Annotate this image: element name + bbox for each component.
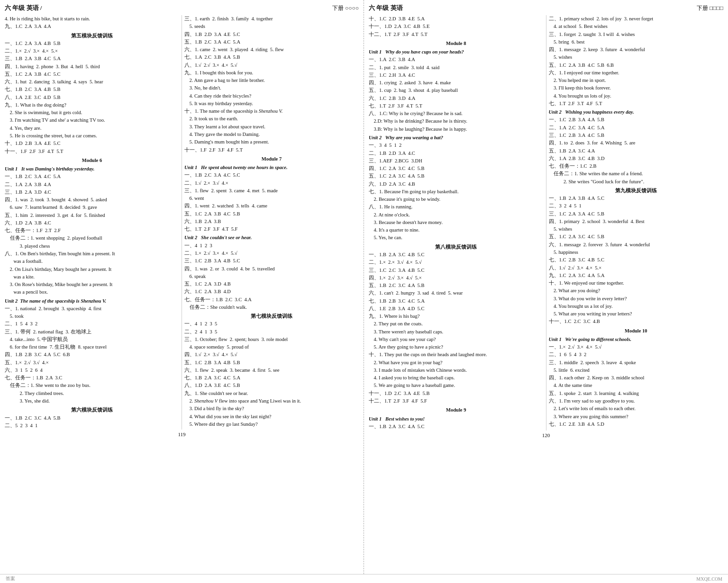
text-line: 二、1 6 5 4 3 2 [549,351,724,359]
text-line: Unit 2 Why are you wearing a hat? [369,134,544,142]
page-container: 六 年级 英语 / 下册 ○○○○ 4. He is riding his bi… [0,0,728,574]
text-line: 四、1. went 2. watched 3. tells 4. came [184,202,359,210]
text-line: 二、1.B 2.D 3.A 4.C [369,150,544,157]
text-line: 四、1. message 2. keep 3. future 4. wonder… [549,46,724,54]
text-line: Unit 1 We're going to different schools. [549,336,724,343]
col-divider [182,15,182,430]
text-line: 七、任务一：1.C 2.B [549,162,724,170]
text-line: 三、1. 带何 2. national flag 3. 在地球上 [5,328,179,336]
bottom-left-label: 答案 [6,575,15,582]
text-line: 六、1. flew 2. speak 3. became 4. first 5.… [184,367,359,374]
text-line: 4. Why can't you see your cap? [369,336,544,343]
text-line: 2. What have you got in your bag? [369,359,544,367]
text-line: 4. I asked you to bring the baseball cap… [369,374,544,382]
text-line: 一、1.B 2.A 3.C 4.B 5.C [369,251,544,259]
right-page-header: 六 年级 英语 下册 □□□□ [369,4,723,12]
left-content: 4. He is riding his bike, but it starts … [5,15,359,430]
text-line: 3. What do you write in every letter? [549,295,724,303]
text-line: 2. At nine o'clock. [369,211,544,219]
text-line: 2. Ann gave a bag to her little brother. [184,77,359,84]
text-line: 五、1. spoke 2. start 3. learning 4. walki… [549,390,724,397]
text-line: 6. for the first time 7. 生日礼物 8. space t… [5,343,179,351]
text-line: 十、1.D 2.B 3.A 4.E 5.C [5,140,179,147]
text-line: 2. They put on the coats. [369,320,544,328]
text-line: 第九模块反馈训练 [549,187,724,195]
text-line: 5. Yes, he can. [369,234,544,242]
text-line: 2. Shenzhou V flew into space and Yang L… [184,397,359,405]
text-line: 七、1.C 2.E 3.B 4.A 5.D [549,421,724,428]
text-line: 4. They gave the model to Daming. [184,131,359,138]
text-line: 一、1.× 2.√ 3.× 4.× 5.√ [549,343,724,351]
text-line: 七、1.C 2.B 3.C 4.B 5.C [549,256,724,264]
left-page-header: 六 年级 英语 / 下册 ○○○○ [5,4,359,12]
right-header-right: 下册 □□□□ [697,4,723,12]
text-line: 二、1.× 2.√ 3.× 4.× 5.√ [184,250,359,257]
text-line: 五、1.C 2.A 3.B 4.C 5.C [5,71,179,78]
text-line: 十一、1.F 2.F 3.F 4.F 5.T [184,146,359,154]
text-line: 十一、1.D 2.A 3.C 4.B 5.E [369,23,544,30]
text-line: 任务二：1. She writes the name of a friend. [549,170,724,178]
text-line: 6. saw 7. learnt/learned 8. decided 9. g… [5,204,179,211]
text-line: 五、1.C 2.A 3.C 4.C 5.B [549,233,724,241]
text-line: 五、1. cup 2. bag 3. shout 4. play basebal… [369,87,544,94]
text-line: 十、1. We enjoyed our time together. [549,279,724,287]
text-line: 5. We are going to have a baseball game. [369,382,544,389]
text-line: 2. She is swimming, but it gets cold. [5,109,179,117]
text-line: 2. It took us to the earth. [184,115,359,123]
text-line: 一、4 1 2 3 [184,242,359,250]
text-line: 八、1.C: Why is he crying? Because he is s… [369,110,544,117]
text-line: 5. Are they going to have a picnic? [369,343,544,351]
text-line: 六、1.D 2.A 3.B 4.C [5,219,179,227]
right-col-divider [546,15,546,431]
text-line: 六、3 1 5 2 6 4 [5,367,179,374]
text-line: was a football. [5,258,179,265]
left-page-number: 119 [5,430,359,439]
text-line: 十一、1.F 2.F 3.F 4.T 5.T [5,148,179,155]
text-line: 九、1. What is the dog doing? [5,101,179,109]
text-line: 一、4 1 2 3 5 [184,320,359,328]
text-line: 3. On Rose's birthday, Mike bought her a… [5,281,179,288]
text-line: 任务二：1. went shopping 2. played football [5,234,179,242]
right-col2: 二、1. primary school 2. lots of joy 3. ne… [549,15,724,431]
text-line: 一、1. national 2. brought 3. spaceship 4.… [5,305,179,313]
text-line: 五、1.× 2.√ 3.√ 4.× [5,359,179,367]
text-line: Unit 2 She couldn't see or hear. [184,234,359,242]
text-line: 6. went [184,195,359,202]
text-line: 一、1.B 2.A 3.B 4.A 5.C [549,195,724,202]
text-line: 二、3 2 4 5 1 [549,202,724,210]
text-line: 三、1.C 2.B 3.A 4.B 5.C [184,257,359,265]
right-page: 六 年级 英语 下册 □□□□ 十、1.C 2.D 3.B 4.E 5.A十一、… [364,0,728,574]
text-line: 七、任务一：1.B 2.C 3.C 4.A [184,296,359,304]
text-line: 四、1. having 2. phone 3. But 4. hell 5. t… [5,63,179,71]
text-line: 八、1.√ 2.√ 3.× 4.× 5.√ [184,62,359,69]
text-line: 一、1.C 2.B 3.A 4.A 5.B [549,116,724,124]
text-line: 四、1. each other 2. Keep on 3. middle sch… [549,374,724,382]
text-line: 六、1.C 2.B 3.D 4.A [369,95,544,102]
text-line: 四、1. was 2. took 3. bought 4. showed 5. … [5,196,179,204]
right-col1: 十、1.C 2.D 3.B 4.E 5.A十一、1.D 2.A 3.C 4.B … [369,15,544,431]
text-line: 5. He is crossing the street, but a car … [5,132,179,140]
text-line: 六、1.C 2.A 3.B 4.D [184,288,359,296]
text-line: 4. He is riding his bike, but it starts … [5,15,179,23]
text-line: 三、1.C 2.H 3.A 4.C [369,72,544,79]
text-line: 六、1. I enjoyed our time together. [549,69,724,77]
text-line: 九、1.C 2.A 3.A 4.A [5,23,179,30]
text-line: 2. What are you doing? [549,287,724,295]
text-line: 一、1.B 2.C 3.A 4.C 5.A [5,173,179,180]
text-line: 六、1.A 2.B 3.C 4.B 3.D [549,155,724,162]
text-line: 六、1. came 2. went 3. played 4. riding 5.… [184,46,359,54]
text-line: 四、1.C 2.A 3.C 4.C 5.B [369,165,544,172]
text-line: 三、1.B 2.A 3.B 4.C 5.A [5,55,179,63]
bottom-logo: MXQE.COM [696,576,722,582]
text-line: Unit 1 It was Daming's birthday yesterda… [5,165,179,173]
text-line: 4. You brought us lots of joy. [549,92,724,100]
text-line: 3. Did a bird fly in the sky? [184,405,359,413]
text-line: 4. Yes, they are. [5,125,179,132]
text-line: 五、1.C 2.B 3.A 4.B 5.B [184,359,359,367]
text-line: 三、1. earth 2. finish 3. family 4. togeth… [184,15,359,23]
text-line: Unit 1 Best wishes to you! [369,415,544,423]
text-line: 四、1.B 2.D 3.A 4.E 5.C [184,31,359,38]
text-line: 七、1. Because I'm going to play basketbal… [369,188,544,196]
text-line: 3. No, he didn't. [184,84,359,92]
text-line: 三、1.AEF 2.BCG 3.DH [369,157,544,165]
